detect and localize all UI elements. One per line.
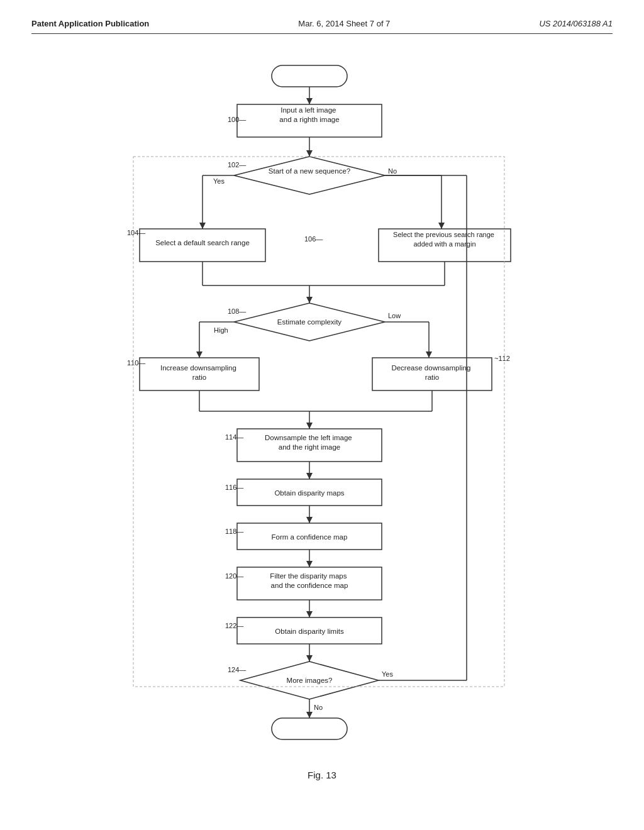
svg-rect-89 (272, 718, 347, 739)
svg-text:No: No (314, 704, 323, 711)
svg-marker-8 (234, 157, 385, 194)
svg-marker-63 (306, 517, 313, 523)
svg-marker-18 (438, 223, 445, 229)
svg-rect-0 (272, 65, 347, 87)
svg-text:110—: 110— (127, 359, 145, 367)
page: Patent Application Publication Mar. 6, 2… (0, 0, 644, 830)
svg-marker-88 (306, 712, 313, 718)
svg-text:118—: 118— (225, 528, 243, 535)
svg-marker-38 (196, 351, 203, 358)
svg-text:Estimate complexity: Estimate complexity (277, 318, 342, 326)
svg-text:120—: 120— (225, 572, 243, 580)
flowchart-svg: Input a left image and a righth image 10… (102, 59, 542, 751)
svg-text:Select the previous search ran: Select the previous search range added w… (393, 231, 496, 248)
header: Patent Application Publication Mar. 6, 2… (31, 19, 613, 34)
svg-marker-15 (199, 223, 206, 229)
svg-marker-41 (426, 351, 432, 358)
svg-marker-53 (306, 423, 313, 429)
svg-text:Start of a new sequence?: Start of a new sequence? (269, 167, 350, 175)
svg-marker-58 (306, 473, 313, 479)
svg-text:High: High (214, 326, 228, 334)
header-right: US 2014/063188 A1 (539, 19, 613, 28)
header-center: Mar. 6, 2014 Sheet 7 of 7 (298, 19, 390, 28)
svg-text:108—: 108— (228, 307, 246, 315)
svg-marker-73 (306, 611, 313, 617)
svg-text:No: No (388, 167, 397, 175)
diagram-area: Input a left image and a righth image 10… (31, 59, 613, 780)
svg-text:114—: 114— (225, 433, 243, 441)
svg-text:124—: 124— (228, 666, 246, 673)
svg-text:106—: 106— (304, 235, 323, 243)
svg-text:100—: 100— (228, 116, 246, 123)
svg-text:Filter the disparity maps
    : Filter the disparity maps and the confid… (270, 572, 348, 589)
svg-marker-78 (306, 655, 313, 661)
svg-text:122—: 122— (225, 622, 243, 629)
header-left: Patent Application Publication (31, 19, 149, 28)
svg-text:116—: 116— (225, 484, 243, 491)
svg-text:102—: 102— (228, 161, 246, 169)
svg-text:Obtain disparity maps: Obtain disparity maps (274, 489, 344, 497)
svg-marker-30 (306, 297, 313, 303)
svg-text:104—: 104— (127, 229, 145, 236)
svg-text:Increase downsampling
        : Increase downsampling ratio (160, 364, 238, 381)
svg-text:Select a default search range: Select a default search range (155, 239, 250, 246)
svg-marker-2 (306, 98, 313, 104)
svg-text:Yes: Yes (382, 670, 393, 678)
svg-text:~112: ~112 (494, 355, 510, 362)
svg-text:Low: Low (388, 312, 401, 319)
svg-text:Input a left image
        and: Input a left image and a righth image (279, 106, 339, 123)
svg-text:Decrease downsampling
        : Decrease downsampling ratio (391, 364, 472, 381)
svg-text:More images?: More images? (287, 677, 333, 684)
svg-text:Obtain disparity limits: Obtain disparity limits (275, 628, 344, 635)
svg-text:Downsample the left image
    : Downsample the left image and the right … (265, 434, 354, 451)
svg-marker-7 (306, 150, 313, 157)
svg-text:Form a confidence map: Form a confidence map (272, 533, 348, 541)
svg-text:Yes: Yes (213, 177, 225, 185)
svg-marker-68 (306, 561, 313, 567)
fig-label: Fig. 13 (308, 770, 336, 780)
